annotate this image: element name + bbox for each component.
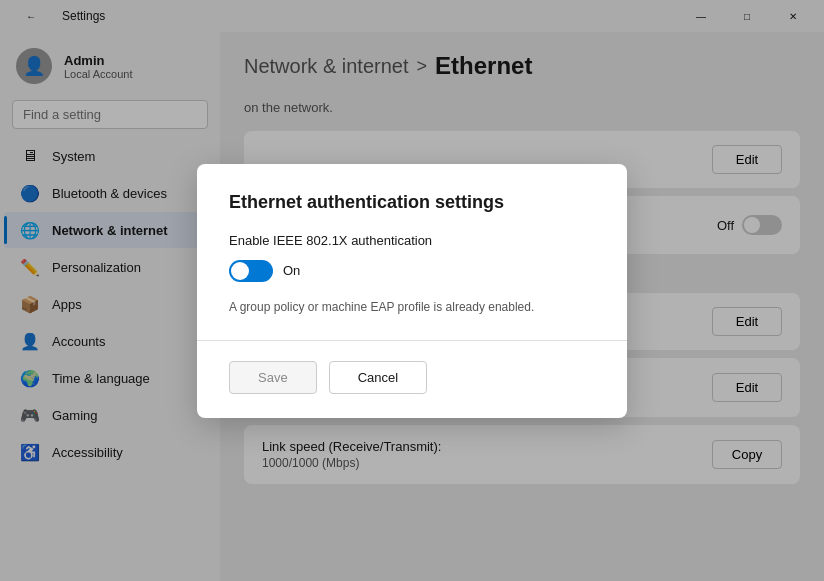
modal-policy-text: A group policy or machine EAP profile is… bbox=[229, 298, 595, 316]
modal-toggle-label: On bbox=[283, 263, 300, 278]
modal-overlay: Ethernet authentication settings Enable … bbox=[0, 0, 824, 581]
modal-actions: Save Cancel bbox=[229, 361, 595, 394]
modal-divider bbox=[197, 340, 627, 341]
modal-toggle-row: On bbox=[229, 260, 595, 282]
save-button[interactable]: Save bbox=[229, 361, 317, 394]
modal-enable-label: Enable IEEE 802.1X authentication bbox=[229, 233, 595, 248]
modal-toggle[interactable] bbox=[229, 260, 273, 282]
modal-title: Ethernet authentication settings bbox=[229, 192, 595, 213]
modal-dialog: Ethernet authentication settings Enable … bbox=[197, 164, 627, 418]
cancel-button[interactable]: Cancel bbox=[329, 361, 427, 394]
